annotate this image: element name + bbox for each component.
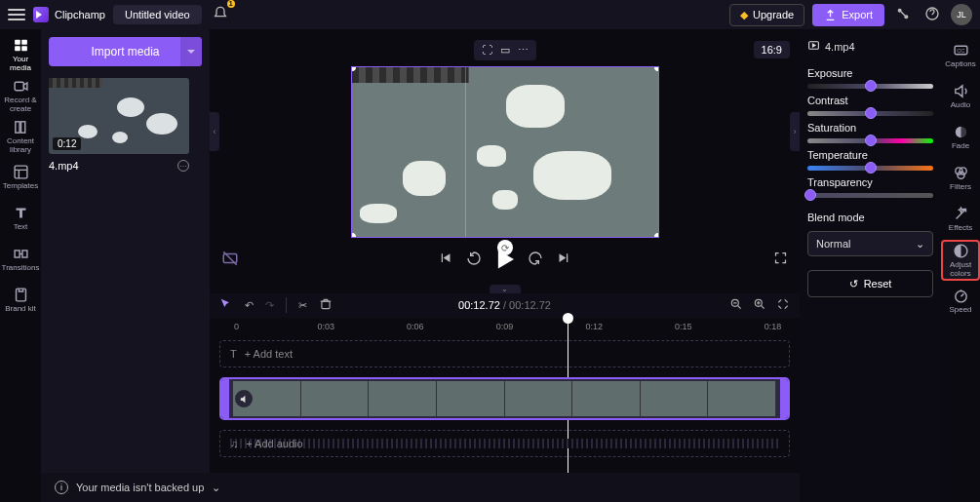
diamond-icon: ◆: [740, 9, 748, 21]
slider-label-temperature: Temperature: [807, 149, 933, 161]
right-rail-fade[interactable]: Fade: [941, 117, 980, 158]
video-clip[interactable]: [219, 377, 790, 420]
clip-volume-icon[interactable]: [235, 390, 253, 407]
resize-handle-se[interactable]: [654, 233, 659, 238]
contrast-slider[interactable]: [807, 111, 933, 116]
rail-label: Brand kit: [5, 305, 36, 314]
right-rail-effects[interactable]: Effects: [941, 199, 980, 240]
notifications-icon[interactable]: 1: [210, 3, 231, 27]
user-avatar[interactable]: JL: [951, 4, 972, 25]
upgrade-button[interactable]: ◆ Upgrade: [729, 4, 804, 26]
left-rail-templates[interactable]: Templates: [1, 158, 40, 197]
reset-button[interactable]: ↺ Reset: [807, 270, 933, 297]
fit-icon[interactable]: ▭: [500, 44, 510, 57]
left-rail-transitions[interactable]: Transitions: [1, 240, 40, 279]
right-rail-speed[interactable]: Speed: [941, 281, 980, 322]
rail-label: Record & create: [1, 97, 40, 114]
preview-canvas[interactable]: [351, 66, 659, 238]
slider-label-exposure: Exposure: [807, 67, 933, 79]
slider-knob[interactable]: [804, 189, 816, 201]
zoom-fit-icon[interactable]: [776, 297, 790, 313]
resize-handle-sw[interactable]: [351, 233, 356, 238]
left-rail-brand[interactable]: Brand kit: [1, 281, 40, 320]
music-icon: ♫: [230, 438, 238, 449]
media-thumbnail[interactable]: 0:12: [49, 78, 189, 154]
resize-handle-ne[interactable]: [654, 66, 659, 71]
crop-icon[interactable]: ⛶: [482, 44, 492, 56]
aspect-ratio-selector[interactable]: 16:9: [754, 41, 790, 58]
video-file-icon: [807, 39, 820, 54]
exposure-slider[interactable]: [807, 84, 933, 89]
export-label: Export: [842, 9, 873, 20]
slider-knob[interactable]: [865, 80, 877, 92]
app-logo[interactable]: Clipchamp: [33, 7, 105, 22]
import-media-button[interactable]: Import media: [49, 37, 202, 66]
svg-rect-13: [16, 289, 25, 301]
import-dropdown-caret[interactable]: [180, 37, 202, 66]
slider-knob[interactable]: [865, 162, 877, 174]
right-rail-audio[interactable]: Audio: [941, 76, 980, 117]
rewind-icon[interactable]: [466, 251, 482, 269]
svg-rect-8: [15, 122, 19, 133]
saturation-slider[interactable]: [807, 138, 933, 143]
ruler-tick: 0:12: [585, 322, 603, 331]
magic-select-icon[interactable]: [219, 297, 233, 313]
ruler-tick: 0:09: [496, 322, 514, 331]
left-rail-record[interactable]: Record & create: [1, 76, 40, 115]
rail-label: Adjust colors: [943, 261, 978, 279]
timeline-ruler[interactable]: 00:030:060:090:120:150:18: [219, 318, 790, 335]
zoom-out-icon[interactable]: [729, 297, 743, 313]
split-icon[interactable]: ✂: [298, 299, 307, 312]
left-rail-text[interactable]: Text: [1, 199, 40, 238]
svg-rect-7: [15, 82, 23, 91]
project-title-input[interactable]: Untitled video: [113, 5, 202, 24]
skip-start-icon[interactable]: [438, 251, 452, 268]
skip-end-icon[interactable]: [557, 251, 571, 268]
slider-knob[interactable]: [865, 135, 877, 146]
blend-mode-select[interactable]: Normal ⌄: [807, 231, 933, 256]
record-icon: [13, 78, 29, 95]
forward-icon[interactable]: [528, 251, 543, 269]
right-rail-filters[interactable]: Filters: [941, 158, 980, 199]
slider-knob[interactable]: [865, 107, 877, 119]
timeline-collapse-tab[interactable]: ⌄: [490, 285, 521, 293]
text-track-label: + Add text: [245, 348, 293, 360]
transparency-slider[interactable]: [807, 193, 933, 198]
export-button[interactable]: Export: [812, 4, 884, 26]
clip-trim-left-handle[interactable]: [221, 379, 229, 418]
temperature-slider[interactable]: [807, 166, 933, 171]
delete-clip-icon[interactable]: [319, 297, 333, 313]
undo-icon[interactable]: ↶: [245, 299, 254, 312]
redo-icon[interactable]: ↷: [265, 299, 274, 312]
right-rail-cc[interactable]: CCCaptions: [941, 35, 980, 76]
rail-label: Text: [14, 223, 28, 232]
menu-button[interactable]: [8, 9, 25, 20]
cinematic-toggle-icon[interactable]: [221, 250, 239, 270]
svg-rect-6: [21, 46, 27, 51]
right-rail-adjust[interactable]: Adjust colors: [941, 240, 980, 281]
thumbnail-options-icon[interactable]: ⋯: [177, 160, 189, 172]
zoom-in-icon[interactable]: [753, 297, 766, 313]
timeline-timecode: 00:12.72 / 00:12.72: [458, 299, 551, 311]
left-rail-library[interactable]: Content library: [1, 117, 40, 156]
help-icon[interactable]: [921, 3, 943, 27]
integrations-icon[interactable]: [892, 3, 914, 27]
fullscreen-icon[interactable]: [773, 251, 788, 268]
play-button[interactable]: [495, 251, 514, 269]
text-track-placeholder[interactable]: T + Add text: [219, 340, 790, 367]
clip-trim-right-handle[interactable]: [780, 379, 788, 418]
svg-rect-11: [15, 251, 20, 257]
left-rail-media[interactable]: Your media: [1, 35, 40, 74]
upgrade-label: Upgrade: [753, 9, 794, 20]
library-icon: [13, 119, 29, 135]
svg-rect-15: [322, 301, 330, 309]
chevron-down-icon[interactable]: ⌄: [212, 482, 220, 494]
transitions-icon: [13, 246, 29, 262]
rail-label: Fade: [952, 142, 969, 151]
ruler-tick: 0:03: [317, 322, 334, 331]
svg-rect-9: [20, 122, 24, 133]
stage-more-icon[interactable]: ⋯: [518, 44, 529, 57]
upload-icon: [824, 9, 837, 21]
audio-track-placeholder[interactable]: ♫ + Add audio: [219, 430, 790, 457]
thumbnail-filename: 4.mp4: [49, 160, 79, 172]
